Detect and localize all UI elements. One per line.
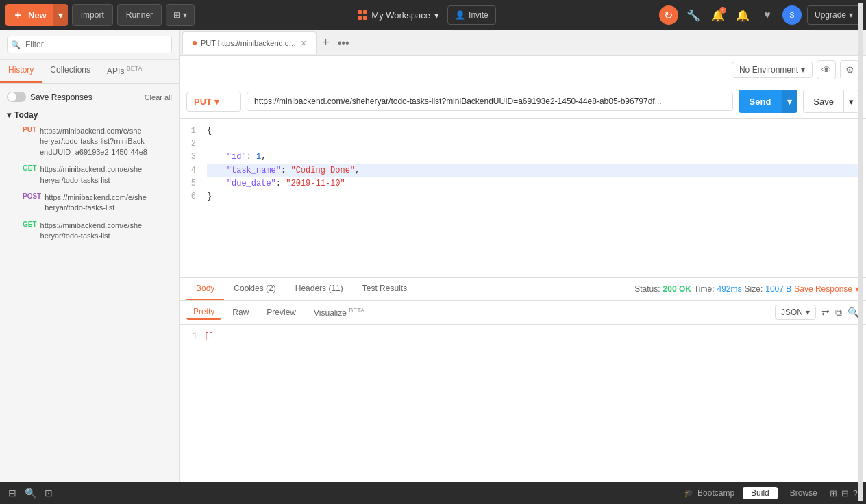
layout-button[interactable]: ⊞ ▾ [166,4,195,26]
format-visualize-button[interactable]: Visualize BETA [307,305,371,320]
save-toggle-row: Save Responses Clear all [0,89,179,108]
format-type-select[interactable]: JSON ▾ [775,305,816,320]
search-wrap [7,36,172,53]
history-item-url: https://minibackend.com/e/sheheryar/todo… [45,192,147,214]
workspace-button[interactable]: My Workspace ▾ [358,10,439,21]
avatar[interactable]: S [782,5,802,25]
copy-icon[interactable]: ⧉ [835,307,842,318]
env-chevron-icon: ▾ [801,65,805,75]
format-pretty-button[interactable]: Pretty [186,305,221,320]
sidebar-search-area [0,30,179,60]
save-toggle-wrap: Save Responses [7,92,92,102]
new-button-label: New [28,10,47,21]
console-icon[interactable]: ⊟ [8,488,16,499]
response-content: [] [201,327,216,479]
line-numbers: 1 2 3 4 5 6 [180,119,201,277]
sidebar-icon[interactable]: ⊟ [841,488,849,499]
response-line-numbers: 1 [182,327,201,479]
method-badge-get: GET [23,220,37,228]
time-value: 492ms [717,284,742,294]
method-badge-post: POST [23,192,41,200]
format-right: JSON ▾ ⇄ ⧉ 🔍 [775,305,859,320]
tab-cookies[interactable]: Cookies (2) [224,278,285,300]
content-area: PUT https://minibackend.com/e/she... × +… [180,30,866,482]
alert-button[interactable]: 🔔 [733,5,752,25]
invite-icon: 👤 [455,10,465,20]
env-label: No Environment [739,65,798,75]
bottom-bar: ⊟ 🔍 ⊡ 🎓 Bootcamp Build Browse ⊞ ⊟ ? [0,482,866,504]
tab-collections[interactable]: Collections [42,60,99,83]
tab-body[interactable]: Body [186,278,224,300]
save-label: Save [813,97,834,107]
new-button[interactable]: ＋ New ▾ [5,4,68,26]
workspace-icon [358,10,367,20]
build-button[interactable]: Build [743,487,778,499]
import-button[interactable]: Import [72,4,113,26]
sidebar: History Collections APIs BETA Save Respo… [0,30,180,482]
tab-history[interactable]: History [0,60,42,83]
tab-close-icon[interactable]: × [301,38,306,49]
env-select[interactable]: No Environment ▾ [732,62,813,78]
workspace-name: My Workspace [371,10,430,21]
upgrade-button[interactable]: Upgrade ▾ [807,5,861,25]
topbar-center: My Workspace ▾ 👤 Invite [199,5,655,25]
save-button[interactable]: Save ▾ [803,90,859,113]
save-responses-toggle[interactable] [7,92,26,102]
apis-beta-badge: BETA [127,65,143,72]
list-item[interactable]: POST https://minibackend.com/e/sheheryar… [0,189,179,217]
format-preview-button[interactable]: Preview [260,305,303,319]
invite-label: Invite [469,10,488,20]
task-icon[interactable]: ⊡ [45,488,53,499]
format-raw-button[interactable]: Raw [225,305,256,319]
code-editor[interactable]: 1 2 3 4 5 6 { "id": 1, "task_name": "Cod… [180,119,866,277]
format-type-label: JSON [781,307,803,317]
history-item-url: https://minibackend.com/e/sheheryar/todo… [40,164,143,186]
save-arrow[interactable]: ▾ [843,90,858,112]
help-icon[interactable]: ? [853,488,858,499]
format-chevron: ▾ [806,307,810,317]
wrap-icon[interactable]: ⇄ [821,307,830,318]
env-settings-button[interactable]: ⚙ [840,60,859,79]
search-input[interactable] [7,36,172,53]
split-icon[interactable]: ⊞ [830,488,837,499]
history-section-header[interactable]: ▾ Today [0,108,179,123]
tab-apis[interactable]: APIs BETA [99,60,151,83]
request-tab[interactable]: PUT https://minibackend.com/e/she... × [182,32,317,54]
sync-button[interactable]: ↻ [659,5,678,25]
method-badge-put: PUT [23,126,36,134]
method-chevron: ▾ [214,97,219,107]
response-format-bar: Pretty Raw Preview Visualize BETA JSON ▾… [180,301,866,325]
tab-headers[interactable]: Headers (11) [286,278,353,300]
bottom-right: Build Browse ⊞ ⊟ ? [743,487,858,499]
upgrade-label: Upgrade [815,10,846,20]
url-input[interactable] [247,92,733,111]
env-eye-button[interactable]: 👁 [817,60,836,79]
add-tab-button[interactable]: + [318,36,334,50]
list-item[interactable]: GET https://minibackend.com/e/sheheryar/… [0,161,179,189]
runner-button[interactable]: Runner [117,4,162,26]
method-select[interactable]: PUT ▾ [186,92,241,112]
invite-button[interactable]: 👤 Invite [447,5,496,25]
search-bottom-icon[interactable]: 🔍 [25,488,36,499]
request-body-editor: 1 2 3 4 5 6 { "id": 1, "task_name": "Cod… [180,119,866,277]
send-arrow[interactable]: ▾ [782,90,797,113]
list-item[interactable]: PUT https://minibackend.com/e/sheheryar/… [0,123,179,161]
browse-button[interactable]: Browse [782,487,826,499]
bell-button[interactable]: 🔔 1 [708,5,728,25]
status-badge: 200 OK [663,284,691,294]
size-label: Size: [745,284,763,294]
code-content: { "id": 1, "task_name": "Coding Done", "… [201,119,866,277]
more-tabs-button[interactable]: ••• [334,37,354,49]
bootcamp-button[interactable]: 🎓 Bootcamp [684,488,734,498]
save-response-button[interactable]: Save Response ▾ [794,284,859,294]
new-button-arrow[interactable]: ▾ [53,4,68,26]
send-button[interactable]: Send ▾ [739,90,798,113]
layout-dropdown-icon: ▾ [183,10,187,20]
clear-all-button[interactable]: Clear all [145,93,172,101]
wrench-button[interactable]: 🔧 [684,5,703,25]
list-item[interactable]: GET https://minibackend.com/e/sheheryar/… [0,217,179,245]
scrollbar[interactable] [858,325,863,482]
top-toolbar: ＋ New ▾ Import Runner ⊞ ▾ My Workspace ▾… [0,0,866,30]
heart-button[interactable]: ♥ [758,5,777,25]
tab-test-results[interactable]: Test Results [353,278,417,300]
